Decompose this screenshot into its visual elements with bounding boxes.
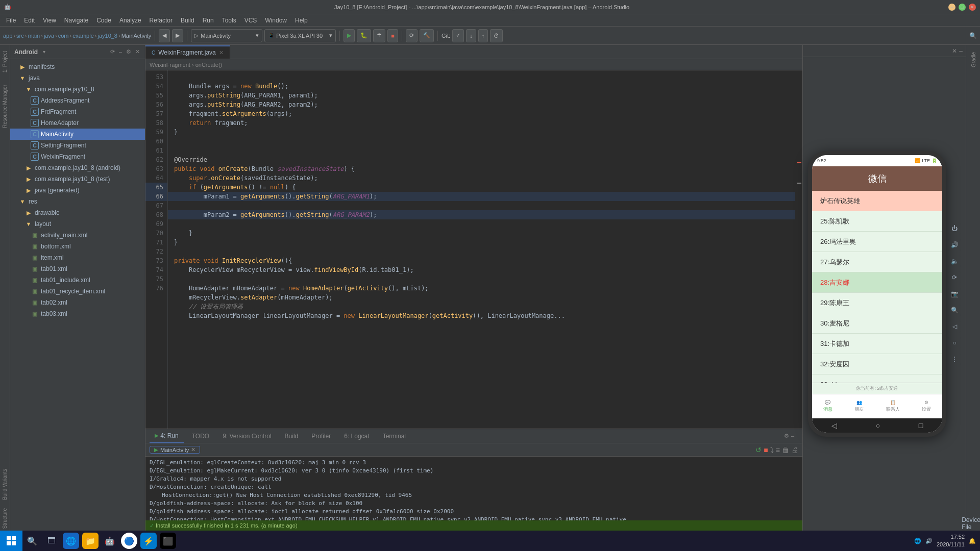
project-panel-tab[interactable]: 1: Project — [1, 47, 9, 77]
git-history-button[interactable]: ⏱ — [490, 29, 503, 42]
tree-com-example[interactable]: ▼ com.example.jay10_8 — [10, 84, 145, 95]
maximize-button[interactable]: □ — [959, 4, 966, 11]
tree-layout[interactable]: ▼ layout — [10, 218, 145, 230]
taskbar-android-studio[interactable]: 🤖 — [102, 533, 118, 549]
menu-view[interactable]: View — [39, 16, 60, 25]
menu-help[interactable]: Help — [291, 16, 312, 25]
breadcrumb-example[interactable]: example — [72, 33, 94, 39]
tree-tab02-xml[interactable]: ▣ tab02.xml — [10, 297, 145, 308]
tree-home-adapter[interactable]: C HomeAdapter — [10, 117, 145, 129]
device-close-btn[interactable]: ✕ — [952, 47, 957, 55]
panel-settings-btn[interactable]: ⚙ — [125, 47, 132, 56]
panel-settings-btn[interactable]: ⚙ — [784, 433, 789, 439]
breadcrumb-com[interactable]: com — [58, 33, 69, 39]
run-tab-terminal[interactable]: Terminal — [378, 429, 411, 443]
minimize-button[interactable]: – — [948, 4, 955, 11]
notification-icon[interactable]: 🔔 — [969, 538, 976, 544]
run-tab-todo[interactable]: TODO — [187, 429, 214, 443]
sync-button[interactable]: ⟳ — [406, 29, 418, 42]
taskbar-vscode[interactable]: ⚡ — [140, 533, 157, 549]
device-rotate-btn[interactable]: ⟳ — [948, 271, 961, 284]
menu-navigate[interactable]: Navigate — [60, 16, 92, 25]
taskbar-terminal[interactable]: ⬛ — [160, 533, 176, 549]
menu-file[interactable]: File — [2, 16, 20, 25]
device-more-btn[interactable]: ⋮ — [948, 353, 961, 365]
run-app-label[interactable]: ▶ MainActvity ✕ — [150, 446, 200, 454]
panel-sync-btn[interactable]: ⟳ — [109, 47, 116, 56]
panel-collapse-btn[interactable]: – — [118, 47, 123, 56]
tree-tab01-xml[interactable]: ▣ tab01.xml — [10, 263, 145, 274]
tree-item-xml[interactable]: ▣ item.xml — [10, 252, 145, 263]
filter-button[interactable]: ≡ — [776, 446, 780, 454]
tree-frd-fragment[interactable]: C FrdFragment — [10, 106, 145, 117]
device-zoom-btn[interactable]: 🔍 — [948, 304, 961, 316]
panel-minimize-btn[interactable]: – — [791, 433, 794, 439]
taskbar-chrome[interactable]: 🔵 — [121, 533, 137, 549]
stop-button[interactable]: ■ — [387, 29, 398, 42]
taskbar-file-explorer[interactable]: 📁 — [82, 533, 99, 549]
run-tab-run[interactable]: ▶ 4: Run — [150, 429, 184, 443]
build-variants-tab[interactable]: Build Variants — [1, 465, 9, 504]
menu-window[interactable]: Window — [261, 16, 291, 25]
stop-run-button[interactable]: ■ — [764, 446, 768, 454]
tree-java-generated[interactable]: ▶ java (generated) — [10, 185, 145, 196]
tree-tab01-recycle-xml[interactable]: ▣ tab01_recycle_item.xml — [10, 286, 145, 297]
breadcrumb-main-activity[interactable]: MainActivity — [121, 33, 152, 39]
tree-com-test[interactable]: ▶ com.example.jay10_8 (test) — [10, 173, 145, 185]
device-dropdown[interactable]: 📱 Pixel 3a XL API 30 ▾ — [264, 29, 336, 42]
breadcrumb-main[interactable]: main — [28, 33, 40, 39]
git-push-button[interactable]: ↑ — [478, 29, 488, 42]
menu-vcs[interactable]: VCS — [240, 16, 261, 25]
restart-button[interactable]: ↺ — [755, 446, 762, 454]
menu-refactor[interactable]: Refactor — [145, 16, 177, 25]
device-minimize-btn[interactable]: – — [959, 47, 963, 55]
menu-code[interactable]: Code — [92, 16, 115, 25]
git-check-button[interactable]: ✓ — [452, 29, 464, 42]
tab-close-btn[interactable]: ✕ — [219, 49, 224, 56]
menu-edit[interactable]: Edit — [20, 16, 39, 25]
device-screenshot-btn[interactable]: 📷 — [948, 288, 961, 300]
tree-address-fragment[interactable]: C AddressFragment — [10, 95, 145, 106]
taskbar-task-view[interactable]: 🗔 — [43, 533, 60, 549]
device-back-nav-btn[interactable]: ◁ — [948, 320, 961, 333]
tree-setting-fragment[interactable]: C SettingFragment — [10, 140, 145, 151]
tree-main-activity[interactable]: C MainActivity — [10, 129, 145, 140]
breadcrumb-app[interactable]: app — [3, 33, 12, 39]
resource-manager-tab[interactable]: Resource Manager — [1, 81, 9, 132]
panel-close-btn[interactable]: ✕ — [134, 47, 141, 56]
code-content[interactable]: Bundle args = new Bundle(); args.putStri… — [168, 70, 795, 429]
tree-java[interactable]: ▼ java — [10, 72, 145, 84]
device-volume-down-btn[interactable]: 🔈 — [948, 255, 961, 267]
device-power-btn[interactable]: ⏻ — [948, 222, 961, 235]
clear-button[interactable]: 🗑 — [782, 446, 789, 454]
editor-tab-weixin[interactable]: C WeixinFragment.java ✕ — [145, 45, 230, 59]
tree-com-android[interactable]: ▶ com.example.jay10_8 (android) — [10, 162, 145, 173]
breadcrumb-jay[interactable]: jay10_8 — [97, 33, 117, 39]
print-button[interactable]: 🖨 — [791, 446, 798, 454]
back-button[interactable]: ◀ — [159, 29, 170, 42]
run-with-coverage-button[interactable]: ☂ — [373, 29, 385, 42]
run-button[interactable]: ▶ — [344, 29, 355, 42]
scroll-end-button[interactable]: ⤵ — [770, 446, 774, 454]
taskbar-search[interactable]: 🔍 — [24, 533, 40, 549]
run-tab-profiler[interactable]: Profiler — [306, 429, 336, 443]
search-everywhere-button[interactable]: 🔍 — [969, 32, 977, 39]
git-update-button[interactable]: ↓ — [466, 29, 476, 42]
start-button[interactable] — [0, 531, 22, 551]
run-tab-build[interactable]: Build — [280, 429, 304, 443]
menu-run[interactable]: Run — [199, 16, 218, 25]
device-volume-up-btn[interactable]: 🔊 — [948, 239, 961, 251]
forward-button[interactable]: ▶ — [172, 29, 183, 42]
gradle-tab[interactable]: Gradle — [967, 48, 979, 71]
tree-activity-main-xml[interactable]: ▣ activity_main.xml — [10, 230, 145, 241]
breadcrumb-java[interactable]: java — [44, 33, 54, 39]
build-button[interactable]: 🔨 — [420, 29, 434, 42]
tree-res[interactable]: ▼ res — [10, 196, 145, 207]
menu-build[interactable]: Build — [177, 16, 199, 25]
taskbar-edge[interactable]: 🌐 — [63, 533, 79, 549]
close-button[interactable]: ✕ — [969, 4, 976, 11]
tree-weixin-fragment[interactable]: C WeixinFragment — [10, 151, 145, 162]
device-home-nav-btn[interactable]: ○ — [948, 337, 961, 349]
menu-tools[interactable]: Tools — [218, 16, 240, 25]
debug-button[interactable]: 🐛 — [357, 29, 371, 42]
